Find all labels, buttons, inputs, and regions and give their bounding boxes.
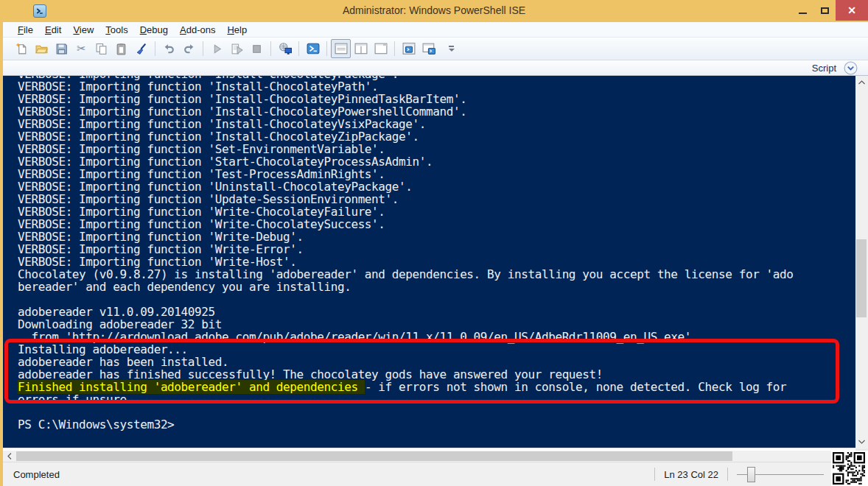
horizontal-scrollbar-thumb[interactable] (16, 451, 732, 461)
vertical-scrollbar[interactable] (855, 76, 867, 448)
close-icon: ✕ (847, 4, 856, 16)
zoom-slider[interactable] (737, 467, 824, 482)
minimize-icon (799, 13, 807, 14)
script-new-window-button[interactable] (419, 39, 438, 58)
menu-bar: FileEditViewToolsDebugAdd-onsHelp (3, 22, 868, 38)
start-powershell-button[interactable] (303, 39, 323, 58)
new-remote-powershell-tab-button[interactable] (275, 39, 295, 58)
horizontal-scrollbar[interactable] (3, 449, 855, 462)
new-powershell-tab-button[interactable] (399, 39, 419, 58)
console-line: VERBOSE: Importing function 'Update-Sess… (18, 193, 855, 205)
run-script-button[interactable] (207, 39, 227, 58)
console-pane[interactable]: VERBOSE: Importing function 'Install-Cho… (3, 76, 855, 448)
show-script-pane-right-icon (354, 42, 368, 55)
maximize-icon (821, 7, 829, 14)
menu-view[interactable]: View (67, 23, 99, 37)
status-separator (727, 468, 728, 481)
menu-debug[interactable]: Debug (134, 23, 174, 37)
qr-code (831, 451, 868, 486)
new-remote-powershell-tab-icon (279, 42, 292, 55)
script-pane-expander-button[interactable] (844, 61, 858, 75)
console-line: VERBOSE: Importing function 'Install-Cho… (18, 93, 855, 105)
close-button[interactable]: ✕ (836, 0, 868, 21)
run-selection-button[interactable] (227, 39, 247, 58)
console-line: adobereader v11.0.09.20140925 (18, 306, 855, 318)
script-pane-label: Script (812, 63, 836, 74)
redo-button[interactable] (179, 39, 199, 58)
window-title: Administrator: Windows PowerShell ISE (0, 4, 868, 16)
new-powershell-tab-icon (402, 42, 416, 55)
stop-operation-icon (251, 43, 263, 55)
toolbar-overflow-button[interactable] (441, 39, 461, 58)
console-line: Downloading adobereader 32 bit (18, 318, 855, 331)
window-controls: ✕ (791, 0, 868, 21)
paste-button[interactable] (111, 39, 131, 58)
toolbar-separator (326, 41, 327, 56)
toolbar-overflow-icon (449, 46, 454, 47)
start-powershell-icon (307, 42, 320, 55)
console-line: VERBOSE: Importing function 'Write-Host'… (18, 256, 855, 268)
status-text: Completed (13, 469, 60, 480)
show-script-pane-top-button[interactable] (331, 39, 351, 58)
console-line: errors if unsure. (18, 393, 855, 406)
menu-edit[interactable]: Edit (39, 23, 67, 37)
open-script-button[interactable] (32, 39, 52, 58)
status-bar-right: Ln 23 Col 22 (654, 467, 824, 482)
console-line: Finished installing 'adobereader' and de… (18, 381, 855, 393)
status-separator (654, 468, 655, 481)
save-icon (55, 43, 68, 55)
show-script-pane-maximized-icon (374, 42, 388, 55)
cut-button[interactable]: ✂ (71, 39, 91, 58)
minimize-button[interactable] (791, 0, 813, 21)
scroll-down-icon[interactable] (855, 435, 867, 448)
menu-file[interactable]: File (12, 23, 39, 37)
console-line: VERBOSE: Importing function 'Test-Proces… (18, 168, 855, 180)
menu-tools[interactable]: Tools (99, 23, 133, 37)
chevron-down-icon (844, 61, 858, 75)
title-bar[interactable]: Administrator: Windows PowerShell ISE ✕ (0, 0, 868, 22)
console-line: VERBOSE: Importing function 'Install-Cho… (18, 80, 855, 93)
save-button[interactable] (52, 39, 71, 58)
console-line: adobereader has finished successfully! T… (18, 368, 855, 381)
console-line (18, 293, 855, 306)
window-frame-edge (0, 22, 3, 486)
vertical-scrollbar-thumb[interactable] (856, 239, 867, 317)
console-line: VERBOSE: Importing function 'Write-Debug… (18, 230, 855, 243)
maximize-button[interactable] (813, 0, 836, 21)
script-new-window-icon (422, 42, 435, 55)
toolbar-separator (270, 41, 271, 56)
status-bar: Completed Ln 23 Col 22 (3, 462, 868, 486)
toolbar-separator (394, 41, 395, 56)
scroll-up-icon[interactable] (855, 76, 867, 88)
console-line: VERBOSE: Importing function 'Write-Choco… (18, 218, 855, 230)
menu-add-ons[interactable]: Add-ons (174, 23, 221, 37)
clear-console-icon (135, 43, 147, 55)
powershell-ise-window: Administrator: Windows PowerShell ISE ✕ … (0, 0, 868, 486)
redo-icon (183, 43, 195, 55)
script-pane-header: Script (3, 60, 868, 76)
undo-icon (163, 43, 175, 55)
console-line: VERBOSE: Importing function 'Write-Choco… (18, 205, 855, 218)
clear-console-button[interactable] (131, 39, 151, 58)
show-script-pane-maximized-button[interactable] (371, 39, 391, 58)
show-script-pane-right-button[interactable] (351, 39, 371, 58)
console-line: VERBOSE: Importing function 'Install-Cho… (18, 105, 855, 118)
undo-button[interactable] (159, 39, 179, 58)
console-line (18, 406, 855, 418)
toolbar-separator (298, 41, 299, 56)
stop-operation-button[interactable] (247, 39, 267, 58)
console-line: bereader' and each dependency you are in… (18, 281, 855, 293)
toolbar-separator (155, 41, 155, 56)
console-line: VERBOSE: Importing function 'Install-Cho… (18, 118, 855, 130)
copy-button[interactable] (91, 39, 111, 58)
run-script-icon (211, 43, 223, 55)
open-script-icon (35, 43, 48, 55)
new-script-button[interactable] (12, 39, 32, 58)
scroll-left-icon[interactable] (3, 451, 15, 462)
toolbar-separator (203, 41, 203, 56)
menu-help[interactable]: Help (221, 23, 253, 37)
show-script-pane-top-icon (335, 42, 348, 55)
console-line: VERBOSE: Importing function 'Start-Choco… (18, 155, 855, 168)
console-line: PS C:\Windows\system32> (18, 418, 855, 431)
zoom-slider-thumb[interactable] (747, 467, 755, 482)
